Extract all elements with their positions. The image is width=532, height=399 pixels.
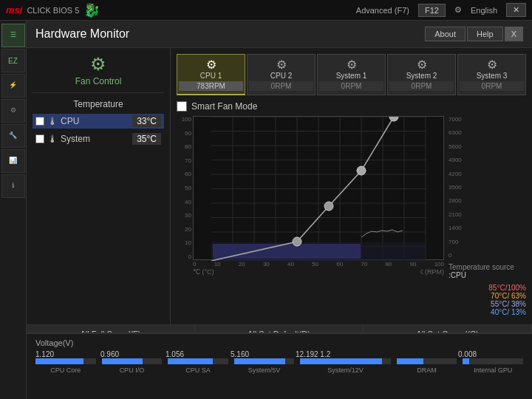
realtime-line bbox=[361, 230, 403, 237]
voltage-item-cpu-sa: CPU SA bbox=[168, 358, 228, 374]
sidebar-item-2[interactable]: ⚙ bbox=[1, 99, 25, 123]
sidebar-item-0[interactable]: ☰ bbox=[1, 24, 25, 47]
voltage-title: Voltage(V) bbox=[35, 338, 523, 347]
sys2-fan-icon: ⚙ bbox=[389, 58, 454, 72]
msi-logo: msi bbox=[6, 4, 22, 16]
sidebar-item-4[interactable]: 📊 bbox=[1, 149, 25, 173]
temp-row-system: 🌡 System 35°C bbox=[33, 132, 164, 146]
left-panel: ⚙ Fan Control Temperature 🌡 CPU 33°C 🌡 S… bbox=[27, 48, 171, 324]
fan-control-section: ⚙ Fan Control bbox=[33, 54, 164, 86]
system-temp-checkbox[interactable] bbox=[35, 134, 44, 143]
voltage-bar-cpu-io bbox=[102, 358, 143, 364]
voltage-bar-igpu-container bbox=[463, 358, 523, 364]
voltage-item-sys5v: System/5V bbox=[234, 358, 295, 374]
voltage-item-cpu-io: CPU I/O bbox=[102, 358, 163, 374]
voltage-cpu-sa-val: 1.056 bbox=[166, 350, 231, 358]
hw-monitor-title: Hardware Monitor bbox=[35, 27, 129, 41]
voltage-igpu-val: 0.008 bbox=[458, 350, 523, 358]
mode-label: Advanced (F7) bbox=[356, 6, 409, 15]
top-bar-left: msi CLICK BIOS 5 🐉 bbox=[6, 2, 100, 18]
chart-right-panel: 7000 6300 5600 4900 4200 3500 2800 2100 … bbox=[449, 116, 526, 316]
fan-control-label: Fan Control bbox=[33, 76, 164, 86]
voltage-bar-cpu-sa bbox=[168, 358, 213, 364]
voltage-dram-val bbox=[393, 350, 458, 358]
sidebar-item-5[interactable]: ℹ bbox=[1, 174, 25, 198]
fan-tab-sys1[interactable]: ⚙ System 1 0RPM bbox=[317, 54, 386, 95]
voltage-sys12v-val: 12.192 1.2 bbox=[296, 350, 393, 358]
y-unit: ☇ (RPM) bbox=[420, 268, 445, 276]
voltage-name-igpu: Internal GPU bbox=[463, 366, 523, 374]
language-label: English bbox=[471, 6, 497, 15]
cpu-temp-value: 33°C bbox=[132, 115, 161, 127]
voltage-item-dram: DRAM bbox=[397, 358, 457, 374]
help-button[interactable]: Help bbox=[467, 27, 503, 41]
control-point-4 bbox=[389, 117, 398, 121]
voltage-section: Voltage(V) 1.120 0.960 1.056 5.160 12.19… bbox=[27, 332, 532, 399]
cpu2-tab-rpm: 0RPM bbox=[249, 81, 313, 91]
cpu1-tab-rpm: 783RPM bbox=[179, 81, 243, 91]
sidebar: ☰ EZ ⚡ ⚙ 🔧 📊 ℹ bbox=[0, 21, 27, 399]
chart-svg bbox=[194, 117, 443, 261]
voltage-name-cpu-io: CPU I/O bbox=[102, 366, 163, 374]
system-temp-icon: 🌡 bbox=[47, 133, 58, 145]
voltage-bar-igpu bbox=[463, 358, 468, 364]
sidebar-item-3[interactable]: 🔧 bbox=[1, 124, 25, 148]
chart-legend: 85°C/100% 70°C/ 63% 55°C/ 38% 40°C/ 13% bbox=[449, 284, 526, 316]
temp-source-section: Temperature source :CPU bbox=[449, 263, 526, 279]
settings-icon: ⚙ bbox=[454, 5, 462, 15]
smart-fan-checkbox[interactable] bbox=[177, 101, 187, 112]
voltage-sys5v-val: 5.160 bbox=[231, 350, 296, 358]
control-point-3 bbox=[357, 166, 366, 175]
smart-fan-row: Smart Fan Mode bbox=[177, 101, 526, 112]
chart-area: 100 90 80 70 60 50 40 30 20 10 0 bbox=[177, 116, 526, 316]
cpu-temp-checkbox[interactable] bbox=[35, 117, 44, 126]
sys2-tab-rpm: 0RPM bbox=[389, 81, 454, 91]
voltage-name-sys5v: System/5V bbox=[234, 366, 295, 374]
cpu1-tab-name: CPU 1 bbox=[179, 72, 243, 80]
voltage-item-igpu: Internal GPU bbox=[463, 358, 523, 374]
voltage-name-dram: DRAM bbox=[397, 366, 457, 374]
legend-40c: 40°C/ 13% bbox=[449, 308, 526, 316]
cpu2-tab-name: CPU 2 bbox=[249, 72, 313, 80]
x-axis-labels: 0 10 20 30 40 50 60 70 80 90 100 bbox=[193, 260, 444, 268]
voltage-bar-sys12v-container bbox=[300, 358, 390, 364]
smart-fan-label: Smart Fan Mode bbox=[191, 101, 257, 112]
voltage-name-cpu-sa: CPU SA bbox=[168, 366, 228, 374]
voltage-bar-dram bbox=[397, 358, 424, 364]
monitor-body: ⚙ Fan Control Temperature 🌡 CPU 33°C 🌡 S… bbox=[27, 48, 532, 324]
fan-tabs: ⚙ CPU 1 783RPM ⚙ CPU 2 0RPM ⚙ System 1 0… bbox=[177, 54, 526, 95]
sys3-tab-rpm: 0RPM bbox=[460, 81, 524, 91]
temp-source-label: Temperature source bbox=[449, 263, 526, 271]
fan-tab-sys2[interactable]: ⚙ System 2 0RPM bbox=[387, 54, 456, 95]
chart-svg-container bbox=[193, 116, 444, 260]
voltage-item-cpu-core: CPU Core bbox=[35, 358, 96, 374]
fan-tab-cpu1[interactable]: ⚙ CPU 1 783RPM bbox=[177, 54, 245, 95]
voltage-cpu-core-val: 1.120 bbox=[35, 350, 100, 358]
sys1-tab-name: System 1 bbox=[319, 72, 383, 80]
system-temp-value: 35°C bbox=[132, 133, 161, 145]
sidebar-item-1[interactable]: ⚡ bbox=[1, 74, 25, 98]
hw-header-buttons: About Help X bbox=[425, 27, 523, 41]
sys1-tab-rpm: 0RPM bbox=[319, 81, 383, 91]
control-point-1 bbox=[293, 237, 301, 246]
hw-close-button[interactable]: X bbox=[505, 27, 523, 41]
close-top-button[interactable]: ✕ bbox=[506, 3, 526, 17]
cpu-temp-name: CPU bbox=[61, 116, 129, 126]
sidebar-item-ez[interactable]: EZ bbox=[1, 49, 25, 72]
about-button[interactable]: About bbox=[425, 27, 466, 41]
voltage-bar-sys5v bbox=[234, 358, 285, 364]
voltage-bar-cpu-sa-container bbox=[168, 358, 228, 364]
system-temp-name: System bbox=[61, 134, 129, 144]
cpu2-fan-icon: ⚙ bbox=[249, 58, 313, 72]
sys3-fan-icon: ⚙ bbox=[460, 58, 524, 72]
voltage-values-row: 1.120 0.960 1.056 5.160 12.192 1.2 0.008 bbox=[35, 350, 523, 358]
svg-rect-22 bbox=[213, 244, 361, 259]
voltage-cpu-io-val: 0.960 bbox=[100, 350, 166, 358]
hw-monitor-header: Hardware Monitor About Help X bbox=[27, 21, 532, 48]
legend-85c: 85°C/100% bbox=[449, 284, 526, 292]
fan-tab-sys3[interactable]: ⚙ System 3 0RPM bbox=[457, 54, 526, 95]
f12-button[interactable]: F12 bbox=[418, 4, 446, 17]
top-bar-right: Advanced (F7) F12 ⚙ English ✕ bbox=[356, 3, 526, 17]
axis-units: ℃ (°C) ☇ (RPM) bbox=[193, 268, 444, 276]
fan-tab-cpu2[interactable]: ⚙ CPU 2 0RPM bbox=[247, 54, 316, 95]
